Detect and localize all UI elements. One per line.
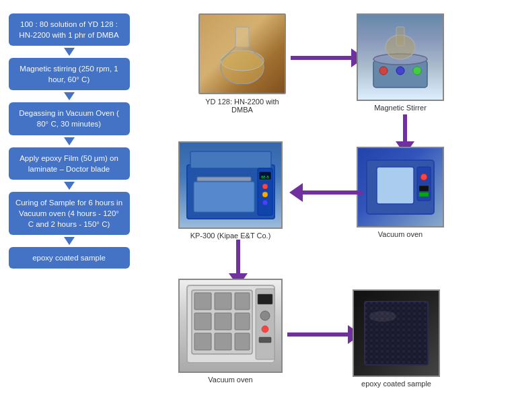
- image-yd128: [198, 13, 286, 94]
- svg-rect-13: [377, 167, 414, 204]
- flow-column: 100 : 80 solution of YD 128 : HN-2200 wi…: [7, 13, 131, 269]
- flow-box-2-text: Magnetic stirring (250 rpm, 1 hour, 60° …: [20, 65, 118, 83]
- flow-box-3: Degassing in Vacuum Oven ( 80° C, 30 min…: [9, 102, 130, 135]
- svg-point-24: [262, 184, 268, 189]
- label-stirrer-text: Magnetic Stirrer: [374, 104, 427, 112]
- svg-rect-35: [235, 313, 250, 330]
- image-sample: [353, 289, 440, 377]
- svg-point-46: [369, 311, 396, 322]
- arrow-yd128-to-stirrer: [291, 48, 365, 67]
- svg-point-42: [262, 326, 268, 332]
- flow-box-5: Curing of Sample for 6 hours in Vacuum o…: [9, 192, 130, 235]
- svg-rect-17: [419, 193, 429, 197]
- flow-box-1-text: 100 : 80 solution of YD 128 : HN-2200 wi…: [19, 20, 118, 39]
- flow-arrow-5: [64, 237, 75, 245]
- label-vacoven2: Vacuum oven: [178, 376, 283, 384]
- svg-rect-37: [215, 333, 231, 350]
- flow-arrow-1: [64, 48, 75, 56]
- svg-point-11: [413, 67, 421, 75]
- svg-point-41: [260, 311, 270, 320]
- svg-rect-8: [396, 27, 404, 46]
- svg-point-10: [396, 67, 404, 75]
- image-stirrer: [357, 13, 444, 101]
- svg-point-15: [420, 174, 427, 180]
- label-sample-text: epoxy coated sample: [361, 380, 431, 388]
- label-kp300: KP-300 (Kipae E&T Co.): [178, 232, 283, 240]
- flow-arrow-3: [64, 137, 75, 145]
- svg-rect-34: [215, 313, 231, 330]
- svg-rect-45: [365, 302, 428, 365]
- svg-rect-19: [190, 151, 271, 168]
- image-vacoven2: [178, 279, 283, 373]
- svg-rect-36: [194, 333, 211, 350]
- flow-box-4-text: Apply epoxy Film (50 μm) on laminate – D…: [20, 154, 118, 173]
- flow-box-4: Apply epoxy Film (50 μm) on laminate – D…: [9, 147, 130, 180]
- flow-box-6-text: epoxy coated sample: [32, 254, 106, 262]
- label-vacoven1: Vacuum oven: [357, 230, 444, 238]
- flow-arrow-2: [64, 92, 75, 100]
- image-vacoven1: [357, 147, 444, 228]
- svg-rect-20: [194, 182, 254, 212]
- label-vacoven2-text: Vacuum oven: [208, 376, 252, 384]
- label-yd128: YD 128: HN-2200 with DMBA: [198, 98, 286, 114]
- svg-text:88.8: 88.8: [261, 175, 269, 179]
- flow-box-1: 100 : 80 solution of YD 128 : HN-2200 wi…: [9, 13, 130, 46]
- flow-box-2: Magnetic stirring (250 rpm, 1 hour, 60° …: [9, 58, 130, 90]
- svg-rect-32: [235, 293, 250, 310]
- flow-box-6: epoxy coated sample: [9, 247, 130, 269]
- flow-arrow-4: [64, 182, 75, 190]
- label-kp300-text: KP-300 (Kipae E&T Co.): [190, 232, 271, 240]
- svg-rect-16: [419, 186, 429, 191]
- svg-point-9: [379, 67, 388, 75]
- svg-point-2: [221, 50, 264, 71]
- svg-point-25: [262, 192, 268, 197]
- svg-point-26: [262, 200, 268, 205]
- arrow-vacoven1-to-kp300: [289, 183, 363, 202]
- svg-rect-33: [194, 313, 211, 330]
- svg-rect-0: [235, 27, 249, 47]
- svg-rect-31: [215, 293, 231, 310]
- svg-rect-27: [197, 177, 251, 181]
- arrow-vacoven2-to-sample: [287, 325, 361, 344]
- svg-rect-30: [194, 293, 211, 310]
- svg-rect-40: [258, 294, 272, 304]
- label-sample: epoxy coated sample: [353, 380, 440, 388]
- image-kp300: 88.8: [178, 141, 283, 229]
- svg-rect-38: [235, 333, 250, 350]
- label-vacoven1-text: Vacuum oven: [378, 230, 423, 238]
- flow-box-3-text: Degassing in Vacuum Oven ( 80° C, 30 min…: [19, 109, 119, 128]
- label-stirrer: Magnetic Stirrer: [357, 104, 444, 112]
- flow-box-5-text: Curing of Sample for 6 hours in Vacuum o…: [15, 199, 122, 228]
- svg-rect-43: [259, 337, 271, 343]
- label-yd128-text: YD 128: HN-2200 with DMBA: [205, 98, 279, 114]
